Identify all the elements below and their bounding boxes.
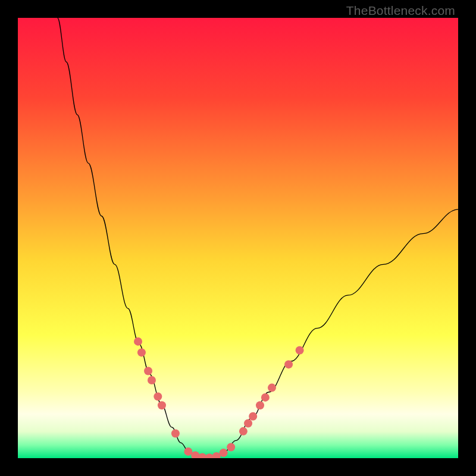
data-marker	[148, 376, 156, 384]
data-marker	[268, 384, 276, 392]
data-marker	[184, 447, 192, 456]
chart-frame	[18, 18, 458, 458]
data-marker	[134, 337, 142, 346]
data-marker	[261, 393, 270, 402]
data-marker	[296, 346, 304, 355]
data-marker	[256, 401, 264, 409]
data-marker	[244, 419, 252, 428]
watermark-text: TheBottleneck.com	[346, 4, 455, 18]
data-marker	[284, 360, 293, 368]
data-marker	[144, 367, 152, 375]
data-marker	[154, 392, 162, 400]
data-marker	[239, 427, 248, 436]
data-marker	[227, 443, 235, 452]
data-marker	[171, 430, 180, 438]
chart-background	[18, 18, 458, 458]
data-marker	[137, 348, 146, 356]
data-marker	[249, 412, 257, 421]
data-marker	[158, 401, 166, 409]
data-marker	[220, 449, 228, 457]
chart-svg	[18, 18, 458, 458]
